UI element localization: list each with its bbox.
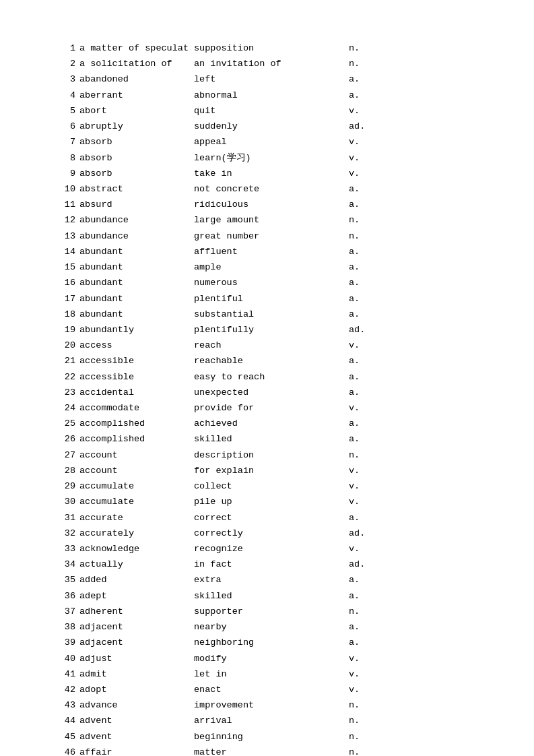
entry-meaning: correctly [194, 526, 349, 541]
entry-word: accumulate [79, 494, 194, 509]
entry-pos: a. [349, 71, 376, 87]
entry-pos: a. [349, 635, 376, 650]
entry-meaning: great number [194, 228, 349, 244]
table-row: 8absorblearn(学习)v. [54, 150, 480, 166]
entry-number: 26 [54, 431, 79, 447]
entry-word: accessible [79, 369, 194, 385]
entry-meaning: easy to reach [194, 369, 349, 385]
table-row: 1a matter of speculatsuppositionn. [54, 40, 480, 56]
table-row: 24accommodateprovide forv. [54, 400, 480, 416]
entry-number: 5 [54, 103, 79, 119]
entry-number: 43 [54, 697, 79, 713]
entry-pos: a. [349, 353, 376, 369]
table-row: 20accessreachv. [54, 338, 480, 353]
entry-pos: v. [349, 338, 376, 353]
entry-meaning: matter [194, 745, 349, 756]
entry-word: added [79, 572, 194, 588]
entry-meaning: modify [194, 651, 349, 666]
entry-number: 45 [54, 729, 79, 745]
table-row: 38adjacentnearbya. [54, 619, 480, 635]
table-row: 3abandonedlefta. [54, 71, 480, 87]
entry-pos: a. [349, 369, 376, 385]
entry-meaning: abnormal [194, 88, 349, 103]
table-row: 23accidentalunexpecteda. [54, 385, 480, 400]
entry-word: abstract [79, 181, 194, 197]
entry-meaning: arrival [194, 713, 349, 728]
entry-meaning: skilled [194, 588, 349, 604]
entry-meaning: take in [194, 166, 349, 181]
entry-number: 32 [54, 526, 79, 541]
entry-number: 20 [54, 338, 79, 353]
entry-word: accommodate [79, 400, 194, 416]
entry-pos: a. [349, 291, 376, 307]
entry-meaning: correct [194, 510, 349, 526]
entry-word: accurately [79, 526, 194, 541]
entry-pos: v. [349, 134, 376, 150]
entry-pos: v. [349, 651, 376, 666]
entry-meaning: left [194, 71, 349, 87]
entry-word: abort [79, 103, 194, 119]
table-row: 22accessibleeasy to reacha. [54, 369, 480, 385]
entry-number: 46 [54, 745, 79, 756]
entry-word: adept [79, 588, 194, 604]
entry-number: 27 [54, 447, 79, 463]
entry-meaning: improvement [194, 697, 349, 713]
table-row: 37adherentsupportern. [54, 604, 480, 619]
entry-meaning: skilled [194, 431, 349, 447]
entry-word: abundant [79, 244, 194, 259]
entry-number: 23 [54, 385, 79, 400]
entry-pos: ad. [349, 322, 376, 338]
entry-number: 13 [54, 228, 79, 244]
table-row: 18abundantsubstantiala. [54, 307, 480, 322]
entry-meaning: nearby [194, 619, 349, 635]
entry-number: 31 [54, 510, 79, 526]
table-row: 33acknowledgerecognizev. [54, 541, 480, 557]
entry-word: absorb [79, 166, 194, 181]
entry-number: 21 [54, 353, 79, 369]
entry-meaning: reach [194, 338, 349, 353]
entry-number: 7 [54, 134, 79, 150]
entry-pos: a. [349, 619, 376, 635]
entry-pos: n. [349, 212, 376, 228]
entry-meaning: unexpected [194, 385, 349, 400]
entry-word: accidental [79, 385, 194, 400]
entry-pos: v. [349, 400, 376, 416]
entry-meaning: collect [194, 478, 349, 494]
entry-number: 19 [54, 322, 79, 338]
entry-pos: a. [349, 510, 376, 526]
entry-word: advent [79, 713, 194, 728]
entry-meaning: let in [194, 666, 349, 682]
table-row: 12abundancelarge amountn. [54, 212, 480, 228]
entry-number: 1 [54, 40, 79, 56]
entry-meaning: not concrete [194, 181, 349, 197]
table-row: 10abstractnot concretea. [54, 181, 480, 197]
entry-word: abundant [79, 291, 194, 307]
entry-word: adopt [79, 682, 194, 697]
entry-pos: ad. [349, 119, 376, 134]
entry-number: 29 [54, 478, 79, 494]
table-row: 34actuallyin factad. [54, 557, 480, 572]
entry-pos: ad. [349, 526, 376, 541]
entry-meaning: supporter [194, 604, 349, 619]
entry-word: accessible [79, 353, 194, 369]
entry-meaning: plentiful [194, 291, 349, 307]
entry-pos: a. [349, 588, 376, 604]
entry-word: adherent [79, 604, 194, 619]
entry-pos: n. [349, 56, 376, 71]
entry-number: 12 [54, 212, 79, 228]
table-row: 25accomplishedachieveda. [54, 416, 480, 431]
entry-number: 10 [54, 181, 79, 197]
entry-number: 30 [54, 494, 79, 509]
entry-word: abundance [79, 212, 194, 228]
entry-pos: a. [349, 244, 376, 259]
table-row: 32accuratelycorrectlyad. [54, 526, 480, 541]
entry-number: 33 [54, 541, 79, 557]
entry-number: 17 [54, 291, 79, 307]
entry-pos: v. [349, 494, 376, 509]
table-row: 9absorbtake inv. [54, 166, 480, 181]
table-row: 45adventbeginningn. [54, 729, 480, 745]
entry-meaning: affluent [194, 244, 349, 259]
entry-number: 4 [54, 88, 79, 103]
table-row: 14abundantaffluenta. [54, 244, 480, 259]
table-row: 29accumulatecollectv. [54, 478, 480, 494]
